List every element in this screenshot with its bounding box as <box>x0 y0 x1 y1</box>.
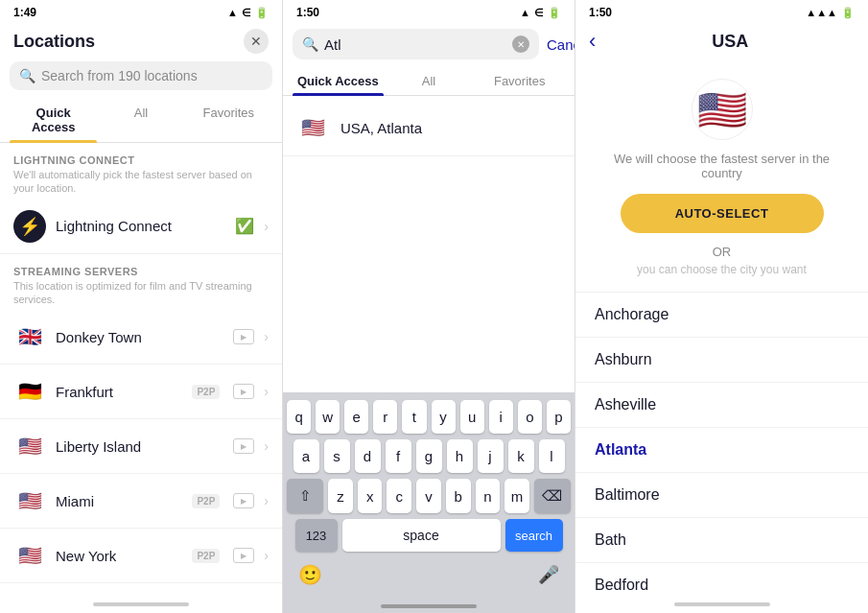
key-w[interactable]: w <box>316 400 340 434</box>
key-f[interactable]: f <box>386 439 411 473</box>
tab-favorites[interactable]: Favorites <box>185 98 272 142</box>
key-g[interactable]: g <box>416 439 442 473</box>
key-v[interactable]: v <box>416 479 441 513</box>
p3-home-indicator <box>575 596 868 613</box>
city-bedford[interactable]: Bedford <box>575 563 868 596</box>
p2-search-box[interactable]: 🔍 ✕ <box>293 29 539 59</box>
key-k[interactable]: k <box>508 439 534 473</box>
key-a[interactable]: a <box>293 439 319 473</box>
new-york-item[interactable]: 🇺🇸 New York P2P ▶ › <box>0 529 282 583</box>
key-s[interactable]: s <box>324 439 350 473</box>
donkey-town-item[interactable]: 🇬🇧 Donkey Town ▶ › <box>0 310 282 365</box>
p1-tab-bar: Quick Access All Favorites <box>0 98 282 143</box>
p2-status-icons: ▲ ∈ 🔋 <box>520 7 561 19</box>
atlanta-flag: 🇺🇸 <box>296 111 329 144</box>
p2-tab-all[interactable]: All <box>384 67 475 95</box>
p3-title: USA <box>605 32 855 52</box>
p2-searchbar: 🔍 ✕ Cancel <box>283 23 575 67</box>
stream-icon: ▶ <box>233 548 254 563</box>
key-o[interactable]: o <box>518 400 542 434</box>
key-e[interactable]: e <box>344 400 368 434</box>
p1-statusbar: 1:49 ▲ ∈ 🔋 <box>0 0 282 23</box>
auto-select-button[interactable]: AUTO-SELECT <box>621 194 824 233</box>
city-anchorage[interactable]: Anchorage <box>575 293 868 338</box>
key-y[interactable]: y <box>432 400 456 434</box>
key-n[interactable]: n <box>476 479 501 513</box>
frankfurt-item[interactable]: 🇩🇪 Frankfurt P2P ▶ › <box>0 365 282 419</box>
key-h[interactable]: h <box>447 439 473 473</box>
key-space[interactable]: space <box>342 519 501 552</box>
p1-content: LIGHTNING CONNECT We'll automatically pi… <box>0 143 282 596</box>
tab-quick-access[interactable]: Quick Access <box>10 98 97 142</box>
key-delete[interactable]: ⌫ <box>534 479 571 513</box>
p1-title: Locations <box>13 32 95 52</box>
emoji-button[interactable]: 🙂 <box>291 559 330 590</box>
keyboard-row-1: q w e r t y u i o p <box>287 400 571 434</box>
usa-flag-large: 🇺🇸 <box>692 79 753 140</box>
key-shift[interactable]: ⇧ <box>287 479 323 513</box>
city-bath[interactable]: Bath <box>575 518 868 563</box>
liberty-island-item[interactable]: 🇺🇸 Liberty Island ▶ › <box>0 419 282 474</box>
city-atlanta[interactable]: Atlanta <box>575 428 868 473</box>
back-button[interactable]: ‹ <box>589 29 596 54</box>
key-b[interactable]: b <box>446 479 471 513</box>
key-r[interactable]: r <box>373 400 397 434</box>
new-york-p2p-badge: P2P <box>192 549 220 563</box>
close-button[interactable]: ✕ <box>244 29 269 54</box>
miami-item[interactable]: 🇺🇸 Miami P2P ▶ › <box>0 474 282 529</box>
p1-wifi-icon: ∈ <box>242 7 251 19</box>
p2-signal-icon: ▲ <box>520 7 530 18</box>
key-numbers[interactable]: 123 <box>295 519 338 552</box>
frankfurt-flag: 🇩🇪 <box>13 375 46 408</box>
key-q[interactable]: q <box>287 400 311 434</box>
liberty-island-flag: 🇺🇸 <box>13 430 46 462</box>
lightning-connect-item[interactable]: ⚡ Lightning Connect ✅ › <box>0 200 282 254</box>
p2-battery-icon: 🔋 <box>548 7 561 19</box>
frankfurt-label: Frankfurt <box>56 384 182 400</box>
locations-panel: 1:49 ▲ ∈ 🔋 Locations ✕ 🔍 Search from 190… <box>0 0 283 613</box>
p3-flag-section: 🇺🇸 We will choose the fastest server in … <box>575 63 868 293</box>
p2-home-indicator <box>283 600 575 613</box>
search-icon: 🔍 <box>19 68 35 83</box>
city-asheville[interactable]: Asheville <box>575 383 868 428</box>
p2-results: 🇺🇸 USA, Atlanta <box>283 96 575 392</box>
keyboard-row-2: a s d f g h j k l <box>287 439 571 473</box>
p1-battery-icon: 🔋 <box>255 7 269 19</box>
p1-search-bar[interactable]: 🔍 Search from 190 locations <box>10 61 272 90</box>
search-panel: 1:50 ▲ ∈ 🔋 🔍 ✕ Cancel Quick Access All F… <box>283 0 575 613</box>
p1-status-icons: ▲ ∈ 🔋 <box>227 7 269 19</box>
key-t[interactable]: t <box>402 400 426 434</box>
search-input[interactable] <box>324 36 506 53</box>
key-z[interactable]: z <box>328 479 353 513</box>
p2-tab-quick-access[interactable]: Quick Access <box>293 67 384 95</box>
key-u[interactable]: u <box>460 400 484 434</box>
chevron-right-icon: › <box>264 329 269 344</box>
mic-button[interactable]: 🎤 <box>530 560 567 589</box>
p1-search-placeholder: Search from 190 locations <box>41 68 198 83</box>
key-l[interactable]: l <box>539 439 565 473</box>
result-usa-atlanta[interactable]: 🇺🇸 USA, Atlanta <box>283 100 575 156</box>
streaming-section-header: STREAMING SERVERS This location is optim… <box>0 254 282 311</box>
miami-p2p-badge: P2P <box>192 494 220 508</box>
clear-button[interactable]: ✕ <box>512 35 529 53</box>
key-j[interactable]: j <box>478 439 504 473</box>
city-ashburn[interactable]: Ashburn <box>575 338 868 383</box>
key-search[interactable]: search <box>505 519 563 552</box>
p2-statusbar: 1:50 ▲ ∈ 🔋 <box>283 0 575 23</box>
key-x[interactable]: x <box>358 479 383 513</box>
key-d[interactable]: d <box>355 439 381 473</box>
p1-header: Locations ✕ <box>0 23 282 61</box>
key-i[interactable]: i <box>489 400 513 434</box>
p3-signal-icon: ▲▲▲ <box>806 7 837 18</box>
p2-tab-favorites[interactable]: Favorites <box>474 67 565 95</box>
key-p[interactable]: p <box>547 400 571 434</box>
cancel-button[interactable]: Cancel <box>547 36 575 53</box>
stream-icon: ▶ <box>233 329 254 344</box>
or-text: OR <box>713 245 732 259</box>
city-baltimore[interactable]: Baltimore <box>575 473 868 518</box>
key-c[interactable]: c <box>387 479 411 513</box>
keyboard-bottom-row: 🙂 🎤 <box>287 557 571 596</box>
tab-all[interactable]: All <box>97 98 184 142</box>
new-york-flag: 🇺🇸 <box>13 539 46 572</box>
key-m[interactable]: m <box>504 479 529 513</box>
